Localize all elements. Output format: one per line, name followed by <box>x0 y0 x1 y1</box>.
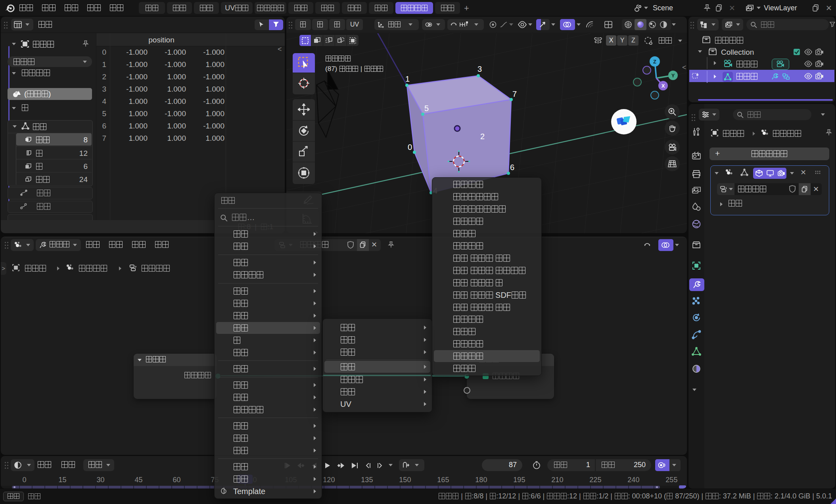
svg-text:Z: Z <box>653 59 656 65</box>
svg-text:X: X <box>662 83 665 89</box>
svg-text:1: 1 <box>405 75 410 83</box>
svg-text:2: 2 <box>480 132 485 141</box>
svg-text:0: 0 <box>408 143 412 151</box>
svg-text:Y: Y <box>671 73 675 79</box>
svg-text:3: 3 <box>477 65 482 73</box>
svg-text:6: 6 <box>510 163 514 172</box>
svg-text:7: 7 <box>512 90 517 98</box>
svg-text:5: 5 <box>424 104 429 113</box>
